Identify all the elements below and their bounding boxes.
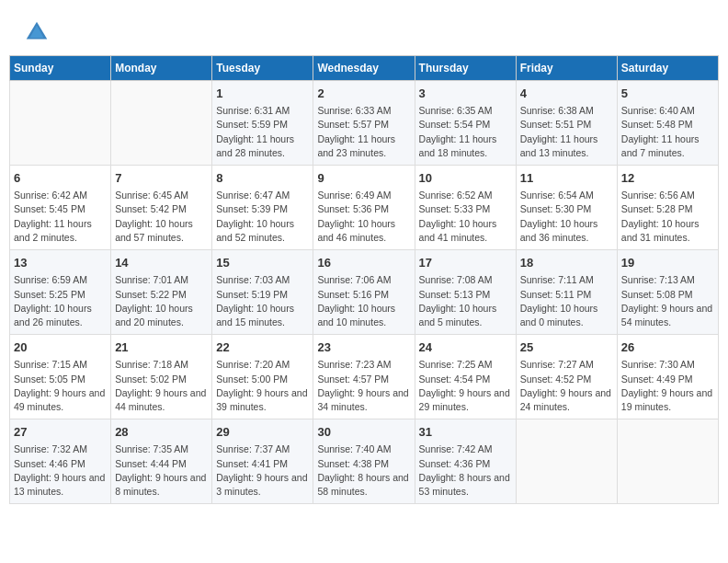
day-cell: 6Sunrise: 6:42 AM Sunset: 5:45 PM Daylig… xyxy=(10,166,111,250)
header-cell-wednesday: Wednesday xyxy=(313,56,415,81)
day-info: Sunrise: 6:31 AM Sunset: 5:59 PM Dayligh… xyxy=(216,104,309,160)
day-number: 4 xyxy=(520,86,613,102)
day-cell: 2Sunrise: 6:33 AM Sunset: 5:57 PM Daylig… xyxy=(313,81,415,166)
day-number: 14 xyxy=(115,255,208,271)
day-info: Sunrise: 7:11 AM Sunset: 5:11 PM Dayligh… xyxy=(520,273,613,329)
logo-icon xyxy=(23,18,51,46)
day-number: 24 xyxy=(419,339,512,356)
day-number: 11 xyxy=(520,170,613,187)
day-cell: 17Sunrise: 7:08 AM Sunset: 5:13 PM Dayli… xyxy=(415,250,516,335)
day-cell: 23Sunrise: 7:23 AM Sunset: 4:57 PM Dayli… xyxy=(313,335,415,419)
day-number: 31 xyxy=(419,424,512,441)
day-cell xyxy=(516,419,617,504)
day-number: 21 xyxy=(115,339,208,356)
day-number: 22 xyxy=(216,339,309,356)
day-info: Sunrise: 6:56 AM Sunset: 5:28 PM Dayligh… xyxy=(621,189,714,245)
header-cell-tuesday: Tuesday xyxy=(212,56,313,81)
day-number: 23 xyxy=(317,339,410,356)
day-cell: 14Sunrise: 7:01 AM Sunset: 5:22 PM Dayli… xyxy=(111,250,212,335)
day-number: 27 xyxy=(14,424,107,441)
day-cell: 3Sunrise: 6:35 AM Sunset: 5:54 PM Daylig… xyxy=(415,81,516,166)
day-cell: 30Sunrise: 7:40 AM Sunset: 4:38 PM Dayli… xyxy=(313,419,415,504)
day-info: Sunrise: 7:35 AM Sunset: 4:44 PM Dayligh… xyxy=(115,442,208,499)
day-info: Sunrise: 7:13 AM Sunset: 5:08 PM Dayligh… xyxy=(621,273,714,329)
day-info: Sunrise: 7:40 AM Sunset: 4:38 PM Dayligh… xyxy=(317,442,410,499)
day-cell: 27Sunrise: 7:32 AM Sunset: 4:46 PM Dayli… xyxy=(10,419,111,504)
day-number: 16 xyxy=(317,255,410,271)
day-number: 2 xyxy=(317,86,410,102)
page-header xyxy=(9,9,719,51)
day-info: Sunrise: 6:52 AM Sunset: 5:33 PM Dayligh… xyxy=(419,189,512,245)
day-info: Sunrise: 7:23 AM Sunset: 4:57 PM Dayligh… xyxy=(317,358,410,414)
day-number: 30 xyxy=(317,424,410,441)
day-cell: 29Sunrise: 7:37 AM Sunset: 4:41 PM Dayli… xyxy=(212,419,313,504)
day-number: 1 xyxy=(216,86,309,102)
day-cell: 24Sunrise: 7:25 AM Sunset: 4:54 PM Dayli… xyxy=(415,335,516,419)
day-cell xyxy=(111,81,212,166)
day-info: Sunrise: 7:37 AM Sunset: 4:41 PM Dayligh… xyxy=(216,442,309,499)
day-info: Sunrise: 7:03 AM Sunset: 5:19 PM Dayligh… xyxy=(216,273,309,329)
day-cell: 21Sunrise: 7:18 AM Sunset: 5:02 PM Dayli… xyxy=(111,335,212,419)
day-cell: 10Sunrise: 6:52 AM Sunset: 5:33 PM Dayli… xyxy=(415,166,516,250)
day-info: Sunrise: 7:42 AM Sunset: 4:36 PM Dayligh… xyxy=(419,442,512,499)
day-info: Sunrise: 6:38 AM Sunset: 5:51 PM Dayligh… xyxy=(520,104,613,160)
day-number: 13 xyxy=(14,255,107,271)
day-info: Sunrise: 7:01 AM Sunset: 5:22 PM Dayligh… xyxy=(115,273,208,329)
day-info: Sunrise: 6:49 AM Sunset: 5:36 PM Dayligh… xyxy=(317,189,410,245)
day-info: Sunrise: 7:15 AM Sunset: 5:05 PM Dayligh… xyxy=(14,358,107,414)
header-row: SundayMondayTuesdayWednesdayThursdayFrid… xyxy=(10,56,719,81)
day-cell: 5Sunrise: 6:40 AM Sunset: 5:48 PM Daylig… xyxy=(617,81,718,166)
week-row-5: 27Sunrise: 7:32 AM Sunset: 4:46 PM Dayli… xyxy=(10,419,719,504)
day-number: 25 xyxy=(520,339,613,356)
day-info: Sunrise: 6:33 AM Sunset: 5:57 PM Dayligh… xyxy=(317,104,410,160)
day-cell: 12Sunrise: 6:56 AM Sunset: 5:28 PM Dayli… xyxy=(617,166,718,250)
day-number: 3 xyxy=(419,86,512,102)
day-number: 8 xyxy=(216,170,309,187)
day-info: Sunrise: 6:40 AM Sunset: 5:48 PM Dayligh… xyxy=(621,104,714,160)
day-number: 17 xyxy=(419,255,512,271)
day-number: 6 xyxy=(14,170,107,187)
day-cell: 15Sunrise: 7:03 AM Sunset: 5:19 PM Dayli… xyxy=(212,250,313,335)
day-info: Sunrise: 7:20 AM Sunset: 5:00 PM Dayligh… xyxy=(216,358,309,414)
day-number: 29 xyxy=(216,424,309,441)
day-number: 18 xyxy=(520,255,613,271)
day-cell xyxy=(617,419,718,504)
day-cell: 4Sunrise: 6:38 AM Sunset: 5:51 PM Daylig… xyxy=(516,81,617,166)
day-info: Sunrise: 7:08 AM Sunset: 5:13 PM Dayligh… xyxy=(419,273,512,329)
day-number: 19 xyxy=(621,255,714,271)
day-cell: 9Sunrise: 6:49 AM Sunset: 5:36 PM Daylig… xyxy=(313,166,415,250)
day-number: 15 xyxy=(216,255,309,271)
day-cell: 16Sunrise: 7:06 AM Sunset: 5:16 PM Dayli… xyxy=(313,250,415,335)
day-number: 7 xyxy=(115,170,208,187)
day-info: Sunrise: 6:59 AM Sunset: 5:25 PM Dayligh… xyxy=(14,273,107,329)
day-cell: 11Sunrise: 6:54 AM Sunset: 5:30 PM Dayli… xyxy=(516,166,617,250)
day-cell: 20Sunrise: 7:15 AM Sunset: 5:05 PM Dayli… xyxy=(10,335,111,419)
day-number: 26 xyxy=(621,339,714,356)
day-info: Sunrise: 7:27 AM Sunset: 4:52 PM Dayligh… xyxy=(520,358,613,414)
calendar-table: SundayMondayTuesdayWednesdayThursdayFrid… xyxy=(9,55,719,504)
day-info: Sunrise: 7:30 AM Sunset: 4:49 PM Dayligh… xyxy=(621,358,714,414)
day-info: Sunrise: 6:47 AM Sunset: 5:39 PM Dayligh… xyxy=(216,189,309,245)
header-cell-saturday: Saturday xyxy=(617,56,718,81)
day-number: 5 xyxy=(621,86,714,102)
day-cell: 13Sunrise: 6:59 AM Sunset: 5:25 PM Dayli… xyxy=(10,250,111,335)
day-number: 28 xyxy=(115,424,208,441)
calendar-body: 1Sunrise: 6:31 AM Sunset: 5:59 PM Daylig… xyxy=(10,81,719,504)
calendar-header: SundayMondayTuesdayWednesdayThursdayFrid… xyxy=(10,56,719,81)
logo xyxy=(23,18,54,46)
day-info: Sunrise: 6:42 AM Sunset: 5:45 PM Dayligh… xyxy=(14,189,107,245)
day-info: Sunrise: 6:35 AM Sunset: 5:54 PM Dayligh… xyxy=(419,104,512,160)
day-cell: 28Sunrise: 7:35 AM Sunset: 4:44 PM Dayli… xyxy=(111,419,212,504)
day-cell: 22Sunrise: 7:20 AM Sunset: 5:00 PM Dayli… xyxy=(212,335,313,419)
day-cell: 31Sunrise: 7:42 AM Sunset: 4:36 PM Dayli… xyxy=(415,419,516,504)
day-number: 10 xyxy=(419,170,512,187)
header-cell-friday: Friday xyxy=(516,56,617,81)
day-cell: 7Sunrise: 6:45 AM Sunset: 5:42 PM Daylig… xyxy=(111,166,212,250)
day-info: Sunrise: 6:45 AM Sunset: 5:42 PM Dayligh… xyxy=(115,189,208,245)
week-row-1: 1Sunrise: 6:31 AM Sunset: 5:59 PM Daylig… xyxy=(10,81,719,166)
day-info: Sunrise: 7:25 AM Sunset: 4:54 PM Dayligh… xyxy=(419,358,512,414)
day-cell: 18Sunrise: 7:11 AM Sunset: 5:11 PM Dayli… xyxy=(516,250,617,335)
week-row-4: 20Sunrise: 7:15 AM Sunset: 5:05 PM Dayli… xyxy=(10,335,719,419)
day-cell: 1Sunrise: 6:31 AM Sunset: 5:59 PM Daylig… xyxy=(212,81,313,166)
header-cell-monday: Monday xyxy=(111,56,212,81)
